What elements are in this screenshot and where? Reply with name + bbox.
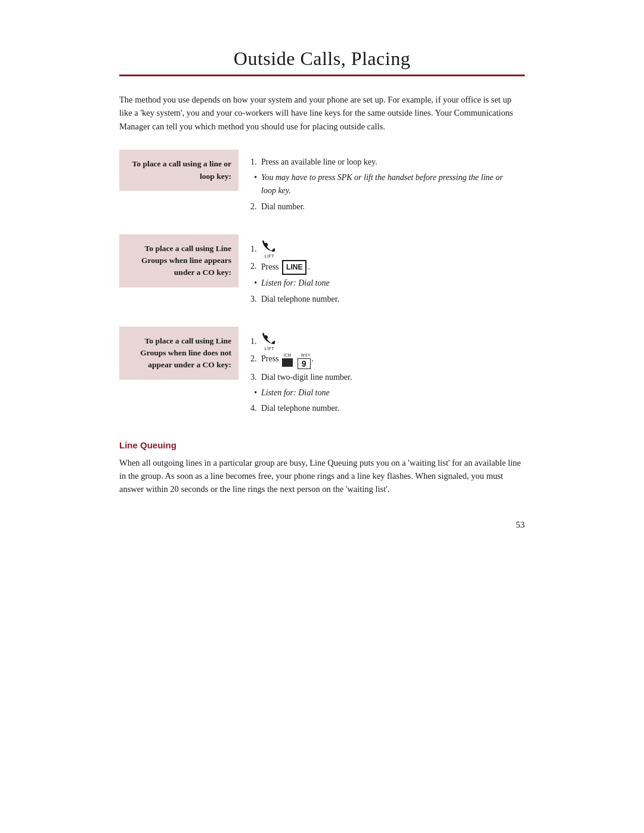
press-label: Press — [261, 352, 281, 366]
line-queuing-text: When all outgoing lines in a particular … — [119, 456, 525, 496]
step-1-bullet: You may have to press SPK or lift the ha… — [250, 171, 519, 198]
step-3-bullet: Listen for: Dial tone — [250, 386, 519, 400]
page-number: 53 — [119, 520, 525, 530]
step-3-2: 2. Press ICM WXY 9 . — [250, 352, 519, 369]
step-3-3: 3. Dial two-digit line number. — [250, 371, 519, 384]
handset-lift-icon-1: LIFT — [261, 240, 278, 258]
page-title: Outside Calls, Placing — [119, 48, 525, 76]
nine-key: WXY 9 — [298, 352, 311, 369]
line-queuing-heading: Line Queuing — [119, 440, 525, 450]
icm-key: ICM — [282, 352, 293, 367]
step-2-3: 3. Dial telephone number. — [250, 293, 519, 306]
block-2-content: 1. LIFT 2. Press LINE. Listen for: Dial … — [239, 234, 525, 314]
page-container: Outside Calls, Placing The method you us… — [119, 0, 525, 833]
instruction-block-3: To place a call using Line Groups when l… — [119, 327, 525, 423]
step-2-bullet: Listen for: Dial tone — [250, 277, 519, 290]
handset-lift-icon-2: LIFT — [261, 333, 278, 351]
block-3-content: 1. LIFT 2. Press ICM — [239, 327, 525, 423]
step-3-4: 4. Dial telephone number. — [250, 402, 519, 415]
step-1-2: 2. Dial number. — [250, 200, 519, 213]
block-1-label: To place a call using a line or loop key… — [119, 150, 239, 191]
instruction-block-2: To place a call using Line Groups when l… — [119, 234, 525, 314]
block-1-content: 1. Press an available line or loop key. … — [239, 150, 525, 221]
block-3-label: To place a call using Line Groups when l… — [119, 327, 239, 380]
line-key: LINE — [282, 260, 306, 275]
step-2-1: 1. LIFT — [250, 240, 519, 258]
intro-paragraph: The method you use depends on how your s… — [119, 93, 525, 133]
block-2-label: To place a call using Line Groups when l… — [119, 234, 239, 287]
step-2-2: 2. Press LINE. — [250, 260, 519, 275]
instruction-block-1: To place a call using a line or loop key… — [119, 150, 525, 221]
step-1-1: 1. Press an available line or loop key. — [250, 156, 519, 169]
step-3-1: 1. LIFT — [250, 333, 519, 351]
